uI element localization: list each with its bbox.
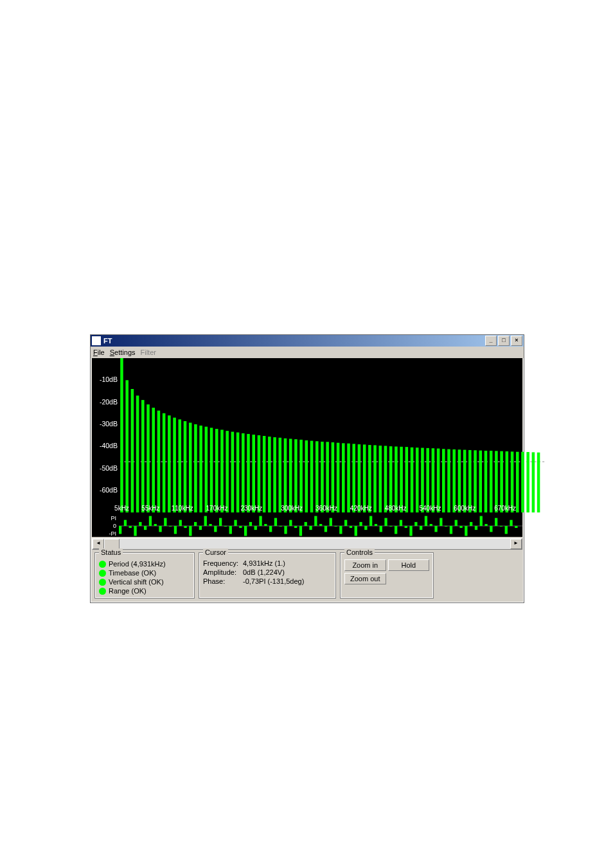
scroll-track[interactable] <box>104 539 510 549</box>
svg-rect-16 <box>168 415 171 512</box>
svg-rect-104 <box>184 526 186 528</box>
svg-rect-80 <box>506 451 509 512</box>
svg-text:-PI: -PI <box>109 530 116 537</box>
svg-rect-41 <box>299 440 303 512</box>
svg-rect-72 <box>463 450 466 512</box>
svg-rect-105 <box>189 526 191 536</box>
menu-filter[interactable]: Filter <box>141 348 156 356</box>
svg-rect-56 <box>379 446 382 512</box>
svg-rect-62 <box>411 448 414 512</box>
zoom-in-button[interactable]: Zoom in <box>344 559 386 571</box>
svg-rect-74 <box>474 450 477 512</box>
svg-rect-125 <box>289 520 292 526</box>
plot-area[interactable]: -10dB-20dB-30dB-40dB-50dB-60dB 5kHz55kHz… <box>92 358 522 537</box>
svg-rect-57 <box>384 446 387 512</box>
svg-text:-20dB: -20dB <box>100 398 118 406</box>
svg-rect-68 <box>442 449 445 512</box>
svg-rect-126 <box>294 526 297 528</box>
svg-rect-75 <box>479 451 483 512</box>
scroll-thumb[interactable] <box>104 539 120 549</box>
svg-rect-65 <box>426 448 429 512</box>
svg-text:-50dB: -50dB <box>100 464 118 472</box>
svg-rect-82 <box>516 452 519 512</box>
svg-rect-11 <box>141 400 145 512</box>
close-button[interactable]: × <box>511 336 522 346</box>
svg-text:-60dB: -60dB <box>100 486 118 494</box>
svg-rect-33 <box>258 435 261 512</box>
svg-rect-167 <box>500 526 502 527</box>
status-item-label: Range (OK) <box>109 587 147 595</box>
svg-text:-10dB: -10dB <box>100 375 118 383</box>
svg-rect-97 <box>149 516 152 526</box>
svg-rect-139 <box>359 522 362 526</box>
svg-rect-30 <box>242 433 245 512</box>
svg-rect-51 <box>352 444 355 512</box>
maximize-button[interactable]: □ <box>498 336 510 346</box>
hold-button[interactable]: Hold <box>388 559 430 571</box>
menu-file[interactable]: File <box>93 348 105 356</box>
svg-rect-169 <box>510 520 512 526</box>
horizontal-scrollbar[interactable]: ◄ ► <box>92 538 522 550</box>
x-tick-label: 170kHz <box>206 505 228 512</box>
svg-rect-42 <box>305 440 308 512</box>
svg-rect-67 <box>437 449 440 512</box>
svg-rect-103 <box>179 520 182 526</box>
scroll-right-button[interactable]: ► <box>510 539 522 549</box>
svg-rect-168 <box>505 526 508 534</box>
titlebar[interactable]: FT _ □ × <box>91 335 524 347</box>
svg-rect-127 <box>299 526 302 536</box>
svg-rect-147 <box>400 520 402 526</box>
status-dot-icon <box>99 579 106 586</box>
svg-rect-144 <box>384 518 387 526</box>
svg-rect-43 <box>310 441 314 512</box>
svg-rect-117 <box>249 522 252 526</box>
status-legend: Status <box>99 548 123 556</box>
status-group: Status Period (4,931kHz)Timebase (OK)Ver… <box>94 552 195 599</box>
svg-rect-9 <box>131 389 134 512</box>
svg-rect-135 <box>339 526 342 534</box>
svg-rect-130 <box>314 516 317 526</box>
x-tick-label: 110kHz <box>172 505 193 512</box>
svg-rect-8 <box>125 380 129 512</box>
svg-rect-116 <box>244 526 247 536</box>
svg-rect-69 <box>447 449 450 512</box>
svg-rect-34 <box>263 436 266 512</box>
svg-rect-161 <box>470 522 472 526</box>
svg-rect-12 <box>147 404 150 512</box>
zoom-out-button[interactable]: Zoom out <box>344 573 386 584</box>
svg-rect-70 <box>452 449 456 512</box>
svg-rect-132 <box>324 526 327 532</box>
svg-rect-159 <box>459 526 462 528</box>
app-icon <box>92 336 101 345</box>
svg-rect-73 <box>468 450 472 512</box>
minimize-button[interactable]: _ <box>485 336 497 346</box>
svg-rect-131 <box>319 524 322 526</box>
svg-rect-29 <box>236 433 240 512</box>
svg-rect-83 <box>521 452 524 512</box>
svg-rect-133 <box>330 518 332 526</box>
svg-rect-77 <box>490 451 493 512</box>
svg-rect-32 <box>252 435 255 512</box>
status-item: Period (4,931kHz) <box>99 559 190 568</box>
svg-rect-99 <box>159 526 161 532</box>
svg-rect-58 <box>389 446 393 512</box>
svg-rect-26 <box>220 429 224 512</box>
svg-rect-156 <box>445 526 447 527</box>
svg-rect-52 <box>358 444 361 512</box>
menu-settings[interactable]: Settings <box>110 348 136 356</box>
svg-rect-136 <box>344 520 347 526</box>
svg-rect-134 <box>334 526 337 527</box>
status-item: Timebase (OK) <box>99 568 190 577</box>
x-tick-label: 300kHz <box>281 505 303 512</box>
x-tick-label: 670kHz <box>494 505 516 512</box>
scroll-left-button[interactable]: ◄ <box>93 539 104 549</box>
cursor-group: Cursor Frequency: 4,931kHz (1.) Amplitud… <box>199 552 336 599</box>
svg-rect-92 <box>124 520 127 526</box>
status-item: Range (OK) <box>99 586 190 595</box>
svg-rect-128 <box>305 522 307 526</box>
svg-rect-28 <box>231 432 235 512</box>
cursor-frequency-value: 4,931kHz (1.) <box>243 559 285 568</box>
svg-rect-158 <box>455 520 458 526</box>
svg-rect-101 <box>169 526 172 527</box>
svg-rect-166 <box>495 518 497 526</box>
